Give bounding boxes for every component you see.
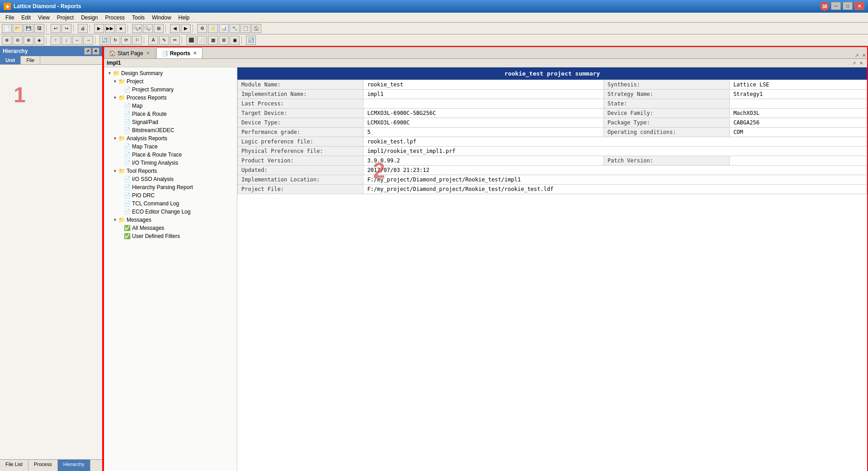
panel-close-button[interactable]: ✕ (92, 48, 99, 55)
tb-misc4[interactable]: 🔧 (230, 24, 240, 33)
tree-eco-editor[interactable]: 📄 ECO Editor Change Log (104, 208, 237, 216)
tb2-18[interactable]: ▦ (208, 36, 218, 45)
tab-corner-close[interactable]: ✕ (861, 52, 867, 58)
menu-file[interactable]: File (2, 14, 18, 22)
tree-signal-pad[interactable]: 📄 Signal/Pad (104, 118, 237, 126)
close-button[interactable]: ✕ (854, 2, 864, 10)
tb2-21[interactable]: 🔃 (246, 36, 256, 45)
val-last-process (363, 99, 604, 109)
menu-view[interactable]: View (34, 14, 53, 22)
tab-start-close[interactable]: ✕ (145, 51, 151, 56)
tab-reports[interactable]: 📑 Reports ✕ (156, 48, 203, 58)
tb2-6[interactable]: ↓ (61, 36, 71, 45)
tree-bitstream-jedec[interactable]: 📄 Bitstream/JEDEC (104, 126, 237, 134)
tb-open[interactable]: 📂 (13, 24, 23, 33)
tb2-14[interactable]: ✎ (159, 36, 169, 45)
tb-run2[interactable]: ▶▶ (105, 24, 115, 33)
tb2-20[interactable]: ▣ (230, 36, 240, 45)
tree-user-defined[interactable]: ✅ User Defined Filters (104, 232, 237, 240)
tree-all-messages[interactable]: ✅ All Messages (104, 224, 237, 232)
menu-edit[interactable]: Edit (18, 14, 34, 22)
tree-messages[interactable]: ▼ 📁 Messages (104, 216, 237, 224)
tb-misc2[interactable]: ⚡ (208, 24, 218, 33)
tb2-15[interactable]: ✏ (170, 36, 180, 45)
tb2-11[interactable]: ⟳ (121, 36, 131, 45)
tree-place-route[interactable]: 📄 Place & Route (104, 110, 237, 118)
user-defined-icon: ✅ (124, 233, 131, 239)
tab-corner-float[interactable]: ↗ (854, 52, 860, 58)
panel-float-button[interactable]: ↗ (84, 48, 91, 55)
tb-zoom-in[interactable]: 🔍+ (132, 24, 142, 33)
menu-tools[interactable]: Tools (128, 14, 148, 22)
bottom-tab-filelist[interactable]: File List (0, 460, 28, 471)
maximize-button[interactable]: □ (843, 2, 853, 10)
tb-zoom-out[interactable]: 🔍- (143, 24, 153, 33)
tree-hierarchy-parsing[interactable]: 📄 Hierarchy Parsing Report (104, 183, 237, 191)
tree-pio-drc[interactable]: 📄 PIO DRC (104, 191, 237, 200)
title-bar-left: ◆ Lattice Diamond - Reports (4, 3, 81, 10)
tab-file[interactable]: File (21, 56, 40, 64)
design-summary-folder-icon: 📁 (113, 70, 120, 76)
tb2-9[interactable]: 🔄 (99, 36, 109, 45)
tb-save2[interactable]: 🖫 (34, 24, 44, 33)
tree-map-trace[interactable]: 📄 Map Trace (104, 143, 237, 151)
menu-help[interactable]: Help (175, 14, 193, 22)
tb2-7[interactable]: ← (72, 36, 82, 45)
tb-undo[interactable]: ↩ (51, 24, 61, 33)
tb-misc5[interactable]: 📋 (241, 24, 250, 33)
bottom-tab-hierarchy[interactable]: Hierarchy (58, 460, 90, 471)
tb-run[interactable]: ▶ (94, 24, 104, 33)
tb2-3[interactable]: ⊗ (24, 36, 33, 45)
tree-io-sso[interactable]: 📄 I/O SSO Analysis (104, 175, 237, 183)
tb2-19[interactable]: ⊞ (219, 36, 229, 45)
map-label: Map (132, 103, 142, 109)
tb2-8[interactable]: → (83, 36, 93, 45)
tb2-13[interactable]: A (148, 36, 158, 45)
bottom-tab-process[interactable]: Process (28, 460, 58, 471)
tb2-17[interactable]: ⬜ (197, 36, 207, 45)
menu-process[interactable]: Process (102, 14, 128, 22)
tb-stop[interactable]: ■ (116, 24, 126, 33)
hierarchy-content (0, 65, 102, 459)
tb2-2[interactable]: ⊖ (13, 36, 23, 45)
menu-design[interactable]: Design (77, 14, 101, 22)
impl-close-btn[interactable]: ✕ (858, 60, 864, 66)
tree-io-timing[interactable]: 📄 I/O Timing Analysis (104, 159, 237, 167)
menu-window[interactable]: Window (148, 14, 175, 22)
tb2-4[interactable]: ◈ (34, 36, 44, 45)
tb-misc6[interactable]: 🏠 (251, 24, 261, 33)
tree-map[interactable]: 📄 Map (104, 102, 237, 110)
tree-project[interactable]: ▼ 📁 Project (104, 77, 237, 86)
val-project-file: F:/my_project/Diamond_project/Rookie_tes… (363, 185, 867, 194)
label-device-family: Device Family: (604, 109, 729, 118)
tb-misc3[interactable]: 📊 (219, 24, 229, 33)
tb-new[interactable]: 📄 (2, 24, 12, 33)
tb2-1[interactable]: ⊕ (2, 36, 12, 45)
tcl-command-label: TCL Command Log (132, 200, 179, 207)
tb2-5[interactable]: ↑ (51, 36, 61, 45)
tb-prev[interactable]: ◀ (170, 24, 180, 33)
tree-place-route-trace[interactable]: 📄 Place & Route Trace (104, 151, 237, 159)
tb2-10[interactable]: ↻ (110, 36, 120, 45)
tb-print[interactable]: 🖨 (78, 24, 88, 33)
map-icon: 📄 (124, 103, 131, 109)
minimize-button[interactable]: ─ (831, 2, 841, 10)
tab-unit[interactable]: Unit (0, 56, 21, 64)
tree-process-reports[interactable]: ▼ 📁 Process Reports (104, 94, 237, 102)
tb2-16[interactable]: ⬛ (186, 36, 196, 45)
tree-project-summary[interactable]: 📄 Project Summary (104, 86, 237, 94)
menu-project[interactable]: Project (53, 14, 77, 22)
tree-design-summary[interactable]: ▼ 📁 Design Summary (104, 69, 237, 77)
tab-start-page[interactable]: 🏠 Start Page ✕ (104, 48, 156, 58)
tb-zoom-fit[interactable]: ⊞ (154, 24, 164, 33)
tb-redo[interactable]: ↪ (61, 24, 71, 33)
impl-float-btn[interactable]: ↗ (851, 60, 857, 66)
tb-misc1[interactable]: ⚙ (197, 24, 207, 33)
tree-tool-reports[interactable]: ▼ 📁 Tool Reports (104, 167, 237, 175)
tab-reports-close[interactable]: ✕ (192, 51, 198, 56)
tree-tcl-command[interactable]: 📄 TCL Command Log (104, 200, 237, 208)
tb-save[interactable]: 💾 (24, 24, 33, 33)
tb2-12[interactable]: ⚐ (132, 36, 142, 45)
tb-next[interactable]: ▶ (181, 24, 191, 33)
tree-analysis-reports[interactable]: ▼ 📁 Analysis Reports (104, 134, 237, 143)
